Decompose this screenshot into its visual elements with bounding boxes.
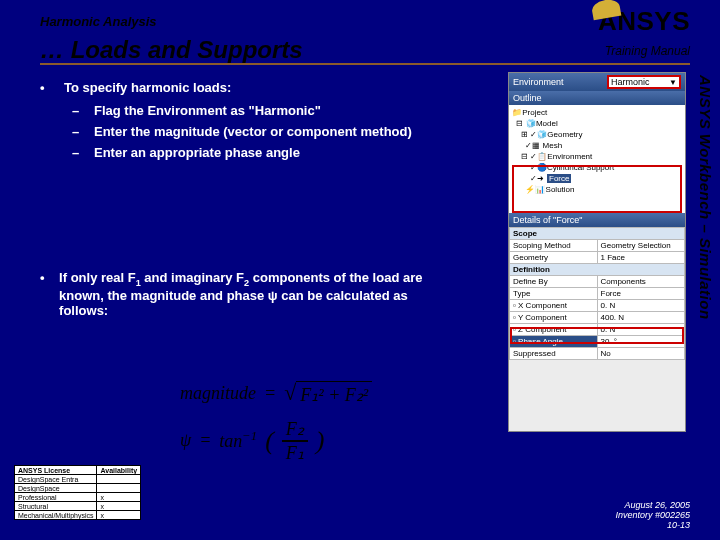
plus: + <box>328 385 340 405</box>
f1sq: F₁² <box>300 385 323 405</box>
bullet-marker: • <box>40 270 45 318</box>
row-phase-angle[interactable]: ▫ Phase Angle30. ° <box>510 336 685 348</box>
header-license: ANSYS License <box>15 466 97 475</box>
license-row: Mechanical/Multiphysicsx <box>15 511 141 520</box>
dash-marker: – <box>72 145 84 160</box>
tree-geometry[interactable]: ⊞ ✓🧊 Geometry <box>512 129 682 140</box>
tree-environment[interactable]: ⊟ ✓📋 Environment <box>512 151 682 162</box>
fraction: F₂ F₁ <box>282 420 308 462</box>
title-rule <box>40 63 690 65</box>
tree-solution[interactable]: ⚡📊 Solution <box>512 184 682 195</box>
details-header: Details of "Force" <box>509 213 685 227</box>
footer-inventory: Inventory #002265 <box>615 510 690 520</box>
magnitude-formula: magnitude = √ F₁² + F₂² <box>180 380 480 406</box>
content-area: • To specify harmonic loads: – Flag the … <box>40 80 450 326</box>
mag-lhs: magnitude <box>180 383 256 404</box>
properties-panel: Scope Scoping MethodGeometry Selection G… <box>509 227 685 360</box>
row-type[interactable]: TypeForce <box>510 288 685 300</box>
group-scope: Scope <box>510 228 685 240</box>
footer-page: 10-13 <box>615 520 690 530</box>
embedded-screenshot: Environment Harmonic ▼ Outline 📁 Project… <box>508 72 686 432</box>
formula-block: magnitude = √ F₁² + F₂² ψ = tan−1 ( F₂ F… <box>180 380 480 476</box>
b2-part1: If only real F <box>59 270 136 285</box>
sqrt: √ F₁² + F₂² <box>284 380 372 406</box>
row-y-component[interactable]: ▫ Y Component400. N <box>510 312 685 324</box>
frac-bar <box>282 440 308 442</box>
license-row: DesignSpace <box>15 484 141 493</box>
license-header-row: ANSYS License Availability <box>15 466 141 475</box>
header-availability: Availability <box>97 466 141 475</box>
phase-formula: ψ = tan−1 ( F₂ F₁ ) <box>180 420 480 462</box>
row-scoping-method[interactable]: Scoping MethodGeometry Selection <box>510 240 685 252</box>
env-label: Environment <box>513 77 564 87</box>
tree-model[interactable]: ⊟ 🧊 Model <box>512 118 682 129</box>
radical-icon: √ <box>284 380 296 406</box>
f2sq: F₂² <box>345 385 368 405</box>
bullet-2: • If only real F1 and imaginary F2 compo… <box>40 270 450 318</box>
row-x-component[interactable]: ▫ X Component0. N <box>510 300 685 312</box>
bullet-1: • To specify harmonic loads: <box>40 80 450 95</box>
radicand: F₁² + F₂² <box>296 381 372 406</box>
row-geometry[interactable]: Geometry1 Face <box>510 252 685 264</box>
close-paren-icon: ) <box>316 426 325 456</box>
sub-2-text: Enter the magnitude (vector or component… <box>94 124 412 139</box>
license-row: Structuralx <box>15 502 141 511</box>
row-define-by[interactable]: Define ByComponents <box>510 276 685 288</box>
equals: = <box>264 383 276 404</box>
tree-project[interactable]: 📁 Project <box>512 107 682 118</box>
equals: = <box>199 430 211 451</box>
sub-bullet-2: – Enter the magnitude (vector or compone… <box>72 124 450 139</box>
sub-1-text: Flag the Environment as "Harmonic" <box>94 103 321 118</box>
outline-tree[interactable]: 📁 Project ⊟ 🧊 Model ⊞ ✓🧊 Geometry ✓▦ Mes… <box>509 105 685 213</box>
environment-combo[interactable]: Harmonic ▼ <box>607 75 681 89</box>
sub-bullet-1: – Flag the Environment as "Harmonic" <box>72 103 450 118</box>
row-z-component[interactable]: ▫ Z Component0. N <box>510 324 685 336</box>
training-manual-label: Training Manual <box>605 44 690 58</box>
bullet-1-text: To specify harmonic loads: <box>64 80 231 95</box>
tan: tan−1 <box>219 429 257 452</box>
bullet-2-text: If only real F1 and imaginary F2 compone… <box>59 270 450 318</box>
kicker: Harmonic Analysis <box>40 14 157 29</box>
outline-label: Outline <box>513 93 542 103</box>
footer: August 26, 2005 Inventory #002265 10-13 <box>615 500 690 530</box>
properties-table: Scope Scoping MethodGeometry Selection G… <box>509 227 685 360</box>
page-title: … Loads and Supports <box>40 36 303 64</box>
license-row: Professionalx <box>15 493 141 502</box>
tree-mesh[interactable]: ✓▦ Mesh <box>512 140 682 151</box>
license-table: ANSYS License Availability DesignSpace E… <box>14 465 141 520</box>
denominator: F₁ <box>282 444 308 462</box>
tree-cyl-support[interactable]: ✓🔵 Cylindrical Support <box>512 162 682 173</box>
psi: ψ <box>180 430 191 451</box>
group-definition: Definition <box>510 264 685 276</box>
row-suppressed[interactable]: SuppressedNo <box>510 348 685 360</box>
side-label: ANSYS Workbench – Simulation <box>697 75 714 435</box>
open-paren-icon: ( <box>265 426 274 456</box>
bullet-marker: • <box>40 80 50 95</box>
chevron-down-icon: ▼ <box>669 78 677 87</box>
outline-header: Outline <box>509 91 685 105</box>
footer-date: August 26, 2005 <box>615 500 690 510</box>
environment-toolbar: Environment Harmonic ▼ <box>509 73 685 91</box>
combo-value: Harmonic <box>611 77 650 87</box>
sub-3-text: Enter an appropriate phase angle <box>94 145 300 160</box>
dash-marker: – <box>72 124 84 139</box>
ansys-logo: ANSYS <box>598 6 690 37</box>
sub-bullet-3: – Enter an appropriate phase angle <box>72 145 450 160</box>
numerator: F₂ <box>282 420 308 438</box>
tree-force[interactable]: ✓➜ Force <box>512 173 682 184</box>
license-row: DesignSpace Entra <box>15 475 141 484</box>
b2-part2: and imaginary F <box>141 270 244 285</box>
dash-marker: – <box>72 103 84 118</box>
